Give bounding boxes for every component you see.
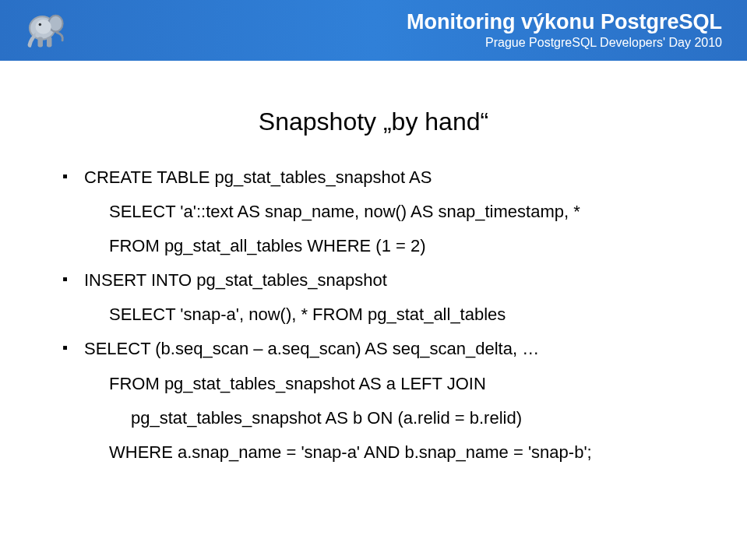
svg-point-4: [36, 19, 51, 34]
sub-line: FROM pg_stat_tables_snapshot AS a LEFT J…: [62, 371, 685, 397]
header-title: Monitoring výkonu PostgreSQL: [407, 9, 722, 34]
bullet-list: SELECT (b.seq_scan – a.seq_scan) AS seq_…: [62, 336, 685, 362]
elephant-logo-icon: [19, 8, 75, 53]
header-bar: Monitoring výkonu PostgreSQL Prague Post…: [0, 0, 747, 61]
bullet-item: SELECT (b.seq_scan – a.seq_scan) AS seq_…: [62, 336, 685, 362]
svg-point-3: [50, 16, 62, 31]
sub-line: SELECT 'snap-a', now(), * FROM pg_stat_a…: [62, 301, 685, 328]
sub-line: FROM pg_stat_all_tables WHERE (1 = 2): [62, 233, 685, 259]
slide-content: Snapshoty „by hand“ CREATE TABLE pg_stat…: [0, 61, 747, 505]
header-subtitle: Prague PostgreSQL Developers' Day 2010: [407, 35, 722, 51]
svg-point-5: [39, 23, 41, 26]
bullet-list: INSERT INTO pg_stat_tables_snapshot: [62, 267, 685, 294]
sub-line: pg_stat_tables_snapshot AS b ON (a.relid…: [62, 405, 685, 431]
bullet-text: CREATE TABLE pg_stat_tables_snapshot AS: [84, 167, 432, 187]
slide-title: Snapshoty „by hand“: [62, 107, 685, 136]
bullet-text: INSERT INTO pg_stat_tables_snapshot: [84, 270, 387, 290]
svg-rect-7: [47, 37, 51, 47]
bullet-item: INSERT INTO pg_stat_tables_snapshot: [62, 267, 685, 294]
sub-line: SELECT 'a'::text AS snap_name, now() AS …: [62, 199, 685, 225]
sub-line: WHERE a.snap_name = 'snap-a' AND b.snap_…: [62, 439, 685, 466]
bullet-list: CREATE TABLE pg_stat_tables_snapshot AS: [62, 164, 685, 191]
svg-rect-6: [37, 37, 42, 47]
bullet-text: SELECT (b.seq_scan – a.seq_scan) AS seq_…: [84, 339, 539, 358]
bullet-item: CREATE TABLE pg_stat_tables_snapshot AS: [62, 164, 685, 191]
header-text-block: Monitoring výkonu PostgreSQL Prague Post…: [407, 9, 728, 51]
